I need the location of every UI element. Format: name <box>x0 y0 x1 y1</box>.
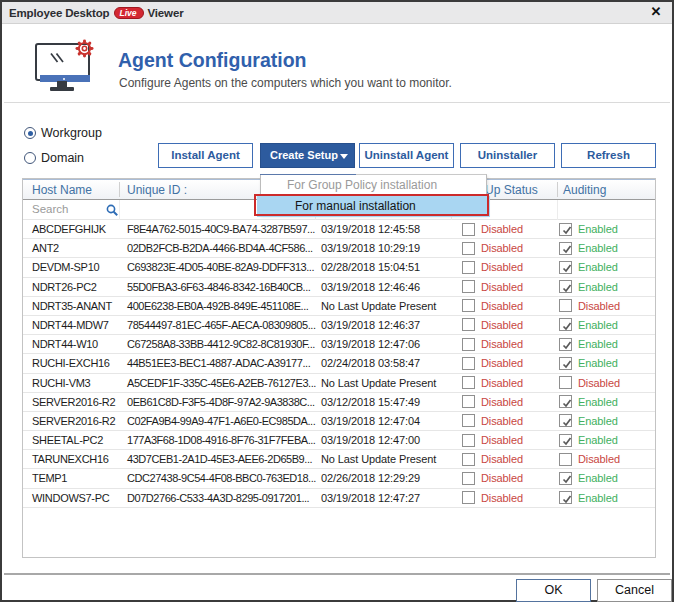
workgroup-radio-circle[interactable] <box>24 127 36 139</box>
auditing-checkbox[interactable] <box>559 472 572 485</box>
cell-up-status: Disabled <box>481 261 523 273</box>
cell-auditing: Enabled <box>578 261 618 273</box>
column-header-up-status[interactable]: Up Status <box>485 183 538 197</box>
up-status-checkbox[interactable] <box>462 434 475 447</box>
auditing-checkbox[interactable] <box>559 299 572 312</box>
table-row[interactable]: ABCDEFGHIJKF8E4A762-5015-40C9-BA74-3287B… <box>23 220 655 239</box>
up-status-checkbox[interactable] <box>462 376 475 389</box>
up-status-checkbox[interactable] <box>462 491 475 504</box>
menu-item-group-policy[interactable]: For Group Policy installation <box>261 176 486 195</box>
cell-unique-id: CDC27438-9C54-4F08-BBC0-763ED18... <box>127 472 316 484</box>
auditing-checkbox[interactable] <box>559 453 572 466</box>
table-row[interactable]: SERVER2016-R2C02FA9B4-99A9-47F1-A6E0-EC9… <box>23 412 655 431</box>
cell-host-name: WINDOWS7-PC <box>32 492 109 504</box>
up-status-checkbox[interactable] <box>462 223 475 236</box>
auditing-checkbox[interactable] <box>559 491 572 504</box>
cell-last-update: 02/26/2018 12:29:29 <box>321 472 420 484</box>
refresh-button[interactable]: Refresh <box>561 143 656 168</box>
table-row[interactable]: TEMP1CDC27438-9C54-4F08-BBC0-763ED18...0… <box>23 469 655 488</box>
ok-button[interactable]: OK <box>516 579 591 602</box>
auditing-checkbox[interactable] <box>559 434 572 447</box>
auditing-checkbox[interactable] <box>559 223 572 236</box>
auditing-checkbox[interactable] <box>559 414 572 427</box>
table-row[interactable]: ANT202DB2FCB-B2DA-4466-BD4A-4CF586...03/… <box>23 239 655 258</box>
cell-last-update: 03/19/2018 10:29:19 <box>321 242 420 254</box>
cell-up-status: Disabled <box>481 492 523 504</box>
search-icon[interactable] <box>105 203 119 217</box>
gear-icon <box>74 38 95 59</box>
cell-host-name: RUCHI-EXCH16 <box>32 357 110 369</box>
auditing-checkbox[interactable] <box>559 395 572 408</box>
up-status-checkbox[interactable] <box>462 453 475 466</box>
cell-last-update: 03/19/2018 12:46:37 <box>321 319 420 331</box>
cell-host-name: DEVDM-SP10 <box>32 261 99 273</box>
up-status-checkbox[interactable] <box>462 395 475 408</box>
auditing-checkbox[interactable] <box>559 280 572 293</box>
column-header-auditing[interactable]: Auditing <box>563 183 606 197</box>
cell-auditing: Enabled <box>578 415 618 427</box>
table-row[interactable]: DEVDM-SP10C693823E-4D05-40BE-82A9-DDFF31… <box>23 258 655 277</box>
cancel-button[interactable]: Cancel <box>597 579 672 602</box>
table-row[interactable]: RUCHI-EXCH1644B51EE3-BEC1-4887-ADAC-A391… <box>23 354 655 373</box>
cell-last-update: 02/28/2018 15:04:51 <box>321 261 420 273</box>
cell-last-update: 03/19/2018 12:47:04 <box>321 415 420 427</box>
auditing-checkbox[interactable] <box>559 242 572 255</box>
domain-radio-circle[interactable] <box>24 152 36 164</box>
up-status-checkbox[interactable] <box>462 338 475 351</box>
live-badge: Live <box>114 7 144 19</box>
cell-up-status: Disabled <box>481 377 523 389</box>
uninstall-agent-button[interactable]: Uninstall Agent <box>359 143 454 168</box>
column-header-unique-id[interactable]: Unique ID : <box>127 183 187 197</box>
column-header-host-name[interactable]: Host Name <box>32 183 92 197</box>
up-status-checkbox[interactable] <box>462 261 475 274</box>
radio-domain[interactable]: Domain <box>24 151 84 165</box>
auditing-checkbox[interactable] <box>559 376 572 389</box>
cell-up-status: Disabled <box>481 338 523 350</box>
up-status-checkbox[interactable] <box>462 280 475 293</box>
cell-last-update: No Last Update Present <box>321 453 436 465</box>
cell-last-update: No Last Update Present <box>321 377 436 389</box>
search-input[interactable]: Search <box>32 203 68 215</box>
cell-unique-id: C02FA9B4-99A9-47F1-A6E0-EC985DA... <box>127 415 315 427</box>
table-row[interactable]: NDRT35-ANANT400E6238-EB0A-492B-849E-4511… <box>23 297 655 316</box>
table-row[interactable]: NDRT26-PC255D0FBA3-6F63-4846-8342-16B40C… <box>23 278 655 297</box>
cell-last-update: No Last Update Present <box>321 300 436 312</box>
cell-unique-id: 0EB61C8D-F3F5-4D8F-97A2-9A3838C... <box>127 396 315 408</box>
table-row[interactable]: WINDOWS7-PCD07D2766-C533-4A3D-8295-09172… <box>23 489 655 508</box>
table-row[interactable]: SERVER2016-R20EB61C8D-F3F5-4D8F-97A2-9A3… <box>23 393 655 412</box>
up-status-checkbox[interactable] <box>462 242 475 255</box>
up-status-checkbox[interactable] <box>462 357 475 370</box>
auditing-checkbox[interactable] <box>559 261 572 274</box>
cell-up-status: Disabled <box>481 300 523 312</box>
table-row[interactable]: RUCHI-VM3A5CEDF1F-335C-45E6-A2EB-76127E3… <box>23 374 655 393</box>
auditing-checkbox[interactable] <box>559 338 572 351</box>
auditing-checkbox[interactable] <box>559 357 572 370</box>
up-status-checkbox[interactable] <box>462 414 475 427</box>
cell-host-name: SERVER2016-R2 <box>32 415 115 427</box>
table-row[interactable]: NDRT44-MDW778544497-81EC-465F-AECA-08309… <box>23 316 655 335</box>
up-status-checkbox[interactable] <box>462 472 475 485</box>
cell-unique-id: 43D7CEB1-2A1D-45E3-AEE6-2D65B9... <box>127 453 312 465</box>
cell-unique-id: 44B51EE3-BEC1-4887-ADAC-A39177... <box>127 357 310 369</box>
cell-up-status: Disabled <box>481 396 523 408</box>
up-status-checkbox[interactable] <box>462 318 475 331</box>
create-setup-button[interactable]: Create Setup <box>260 143 355 168</box>
annotation-highlight-box <box>254 194 489 216</box>
cell-unique-id: D07D2766-C533-4A3D-8295-0917201... <box>127 492 309 504</box>
cell-host-name: TEMP1 <box>32 472 67 484</box>
radio-workgroup[interactable]: Workgroup <box>24 126 102 140</box>
auditing-checkbox[interactable] <box>559 318 572 331</box>
table-row[interactable]: NDRT44-W10C67258A8-33BB-4412-9C82-8C8193… <box>23 335 655 354</box>
footer-divider <box>4 573 670 575</box>
install-agent-button[interactable]: Install Agent <box>158 143 253 168</box>
cell-up-status: Disabled <box>481 319 523 331</box>
cell-auditing: Disabled <box>578 377 620 389</box>
table-row[interactable]: SHEETAL-PC2177A3F68-1D08-4916-8F76-31F7F… <box>23 431 655 450</box>
cell-last-update: 03/19/2018 12:47:00 <box>321 434 420 446</box>
table-row[interactable]: TARUNEXCH1643D7CEB1-2A1D-45E3-AEE6-2D65B… <box>23 450 655 469</box>
close-icon[interactable]: ✕ <box>647 3 665 21</box>
uninstaller-button[interactable]: Uninstaller <box>460 143 555 168</box>
up-status-checkbox[interactable] <box>462 299 475 312</box>
cell-unique-id: F8E4A762-5015-40C9-BA74-3287B597... <box>127 223 315 235</box>
cell-up-status: Disabled <box>481 453 523 465</box>
